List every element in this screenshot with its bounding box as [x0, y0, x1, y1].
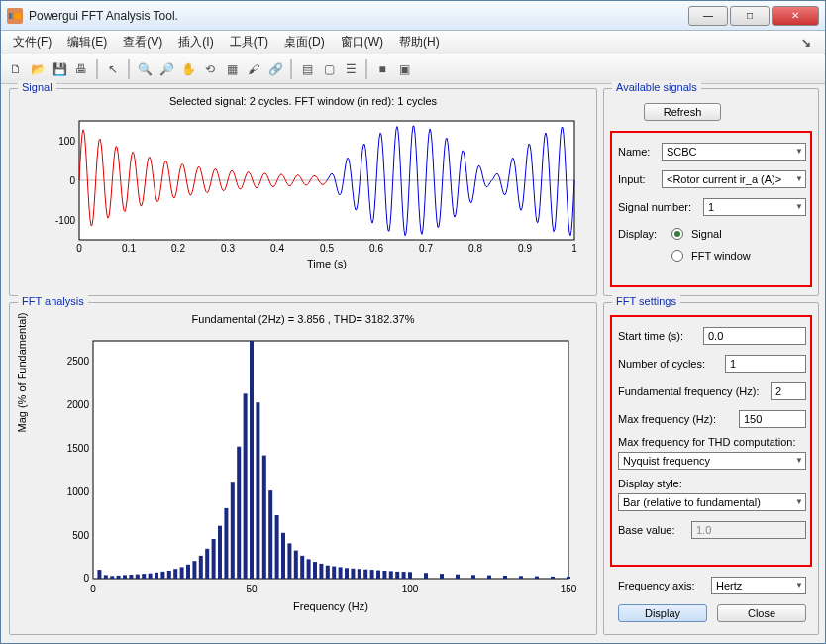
svg-rect-39: [173, 569, 177, 579]
pointer-icon[interactable]: ↖: [104, 60, 122, 78]
svg-rect-31: [123, 575, 127, 579]
display-button[interactable]: Display: [618, 604, 707, 622]
save-icon[interactable]: 💾: [51, 60, 68, 78]
menu-help[interactable]: 帮助(H): [391, 32, 448, 53]
legend-icon[interactable]: ▢: [320, 60, 338, 78]
zoom-out-icon[interactable]: 🔎: [157, 60, 175, 78]
svg-rect-55: [275, 515, 279, 579]
svg-rect-77: [424, 573, 428, 579]
svg-rect-46: [218, 526, 222, 579]
svg-text:0.4: 0.4: [270, 243, 284, 254]
signal-plot: -100 0 100 00.10.2 0.30.40.5 0.60.70.8 0…: [40, 111, 594, 269]
svg-rect-86: [567, 577, 570, 579]
style-combo[interactable]: Bar (relative to fundamental): [618, 493, 806, 511]
rotate-icon[interactable]: ⟲: [201, 60, 219, 78]
svg-text:2500: 2500: [67, 356, 90, 367]
svg-rect-40: [180, 567, 184, 579]
settings-legend: FFT settings: [612, 295, 680, 307]
menu-view[interactable]: 查看(V): [115, 32, 170, 53]
svg-text:0.9: 0.9: [518, 243, 532, 254]
svg-rect-67: [351, 569, 355, 579]
svg-text:1500: 1500: [67, 443, 90, 454]
ncyc-input[interactable]: 1: [725, 355, 806, 373]
fft-settings-panel: FFT settings Start time (s): 0.0 Number …: [603, 302, 819, 635]
menu-collapse-icon[interactable]: ↘: [793, 34, 821, 52]
svg-rect-48: [231, 482, 235, 579]
svg-rect-60: [307, 559, 311, 579]
svg-rect-58: [294, 551, 298, 579]
signal-plot-title: Selected signal: 2 cycles. FFT window (i…: [10, 95, 596, 107]
signal-legend: Signal: [18, 81, 56, 93]
layout1-icon[interactable]: ■: [373, 60, 391, 78]
svg-rect-43: [199, 556, 203, 579]
svg-rect-72: [382, 571, 386, 579]
svg-text:0.2: 0.2: [171, 243, 185, 254]
close-window-button[interactable]: ✕: [772, 6, 819, 26]
menu-insert[interactable]: 插入(I): [170, 32, 221, 53]
menu-tools[interactable]: 工具(T): [222, 32, 276, 53]
brush-icon[interactable]: 🖌: [245, 60, 262, 78]
minimize-button[interactable]: —: [688, 6, 728, 26]
svg-rect-42: [192, 561, 196, 579]
annotate-icon[interactable]: ☰: [342, 60, 360, 78]
fft-legend: FFT analysis: [18, 295, 88, 307]
svg-rect-70: [370, 570, 374, 579]
svg-rect-66: [345, 568, 349, 579]
maximize-button[interactable]: □: [730, 6, 770, 26]
maxthd-combo[interactable]: Nyquist frequency: [618, 452, 806, 470]
menu-file[interactable]: 文件(F): [5, 32, 59, 53]
maxf-input[interactable]: 150: [739, 410, 806, 428]
fund-input[interactable]: 2: [771, 382, 806, 400]
signum-label: Signal number:: [618, 201, 699, 213]
svg-rect-71: [376, 571, 380, 579]
svg-rect-33: [136, 575, 140, 579]
faxis-combo[interactable]: Hertz: [711, 577, 806, 594]
name-label: Name:: [618, 146, 658, 158]
zoom-in-icon[interactable]: 🔍: [136, 60, 154, 78]
svg-text:0: 0: [69, 175, 75, 186]
close-button[interactable]: Close: [717, 604, 806, 622]
open-icon[interactable]: 📂: [29, 60, 47, 78]
display-label: Display:: [618, 228, 668, 240]
datacursor-icon[interactable]: ▦: [223, 60, 241, 78]
svg-rect-75: [402, 572, 406, 579]
svg-rect-28: [104, 575, 108, 579]
radio-fftwindow[interactable]: [671, 250, 683, 262]
svg-text:-100: -100: [55, 215, 75, 226]
print-icon[interactable]: 🖶: [72, 60, 90, 78]
signum-combo[interactable]: 1: [703, 198, 806, 216]
pan-icon[interactable]: ✋: [179, 60, 197, 78]
menu-desktop[interactable]: 桌面(D): [276, 32, 333, 53]
menu-edit[interactable]: 编辑(E): [59, 32, 115, 53]
fft-plot: 05001000 150020002500 050100150 Frequenc…: [53, 331, 588, 618]
svg-text:0.5: 0.5: [320, 243, 334, 254]
menu-window[interactable]: 窗口(W): [333, 32, 391, 53]
new-icon[interactable]: 🗋: [7, 60, 25, 78]
svg-text:0.8: 0.8: [468, 243, 482, 254]
svg-text:1: 1: [571, 243, 577, 254]
colorbar-icon[interactable]: ▤: [298, 60, 316, 78]
link-icon[interactable]: 🔗: [266, 60, 284, 78]
refresh-button[interactable]: Refresh: [644, 103, 721, 121]
svg-rect-41: [186, 565, 190, 579]
svg-rect-32: [129, 575, 133, 579]
svg-text:500: 500: [72, 530, 89, 541]
start-input[interactable]: 0.0: [703, 327, 806, 345]
svg-text:100: 100: [402, 584, 419, 594]
svg-rect-76: [408, 572, 412, 579]
radio-signal[interactable]: [671, 228, 683, 240]
name-combo[interactable]: SCBC: [662, 143, 806, 161]
toolbar-sep: [365, 59, 367, 79]
svg-rect-30: [117, 576, 121, 579]
svg-rect-35: [149, 574, 153, 579]
svg-rect-50: [244, 393, 248, 579]
svg-rect-57: [287, 543, 291, 579]
content-area: Signal Selected signal: 2 cycles. FFT wi…: [1, 84, 825, 643]
input-combo[interactable]: <Rotor current ir_a (A)>: [662, 170, 806, 188]
svg-rect-27: [97, 570, 101, 579]
svg-text:0.7: 0.7: [419, 243, 433, 254]
app-icon: [7, 8, 23, 24]
svg-rect-73: [389, 571, 393, 579]
layout2-icon[interactable]: ▣: [395, 60, 413, 78]
base-label: Base value:: [618, 524, 687, 536]
